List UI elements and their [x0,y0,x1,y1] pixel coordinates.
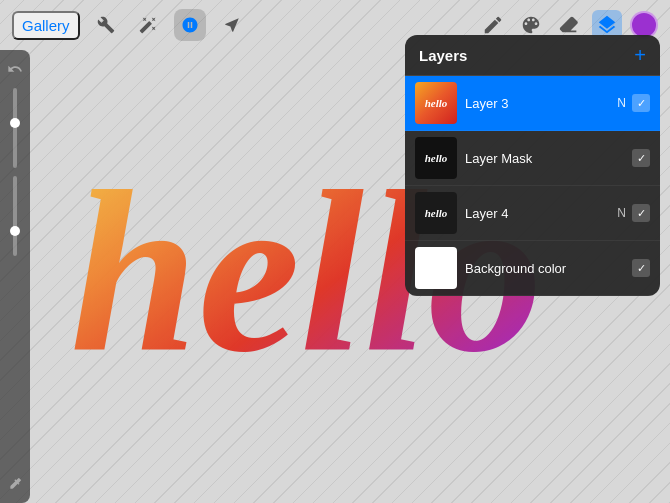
layer4-info: Layer 4 [465,206,609,221]
layer-mask-visibility-toggle[interactable] [632,149,650,167]
layer3-controls: N [617,94,650,112]
transform-icon[interactable] [216,9,248,41]
layer-item-mask[interactable]: hello Layer Mask [405,131,660,186]
layer-mask-info: Layer Mask [465,151,624,166]
brush-size-slider[interactable] [13,88,17,168]
layer-item-background[interactable]: Background color [405,241,660,296]
layer4-mode-badge: N [617,206,626,220]
background-info: Background color [465,261,624,276]
layer4-name: Layer 4 [465,206,609,221]
undo-button[interactable] [4,58,26,80]
background-name: Background color [465,261,624,276]
background-visibility-toggle[interactable] [632,259,650,277]
layer-mask-thumbnail: hello [415,137,457,179]
layers-header: Layers + [405,35,660,76]
add-layer-button[interactable]: + [634,45,646,65]
gallery-button[interactable]: Gallery [12,11,80,40]
layer-item-layer3[interactable]: hello Layer 3 N [405,76,660,131]
selection-icon[interactable] [174,9,206,41]
layer3-visibility-toggle[interactable] [632,94,650,112]
layer3-mode-badge: N [617,96,626,110]
layer3-thumbnail: hello [415,82,457,124]
layer-mask-name: Layer Mask [465,151,624,166]
layer-item-layer4[interactable]: hello Layer 4 N [405,186,660,241]
layers-panel-title: Layers [419,47,467,64]
layers-panel: Layers + hello Layer 3 N hello Layer Mas… [405,35,660,296]
magic-wand-icon[interactable] [132,9,164,41]
eyedropper-button[interactable] [4,473,26,495]
layer4-controls: N [617,204,650,222]
layer-mask-controls [632,149,650,167]
left-sidebar [0,50,30,503]
layer4-visibility-toggle[interactable] [632,204,650,222]
background-controls [632,259,650,277]
layer3-info: Layer 3 [465,96,609,111]
layer3-name: Layer 3 [465,96,609,111]
wrench-icon[interactable] [90,9,122,41]
opacity-slider[interactable] [13,176,17,256]
layer4-thumbnail: hello [415,192,457,234]
background-thumbnail [415,247,457,289]
